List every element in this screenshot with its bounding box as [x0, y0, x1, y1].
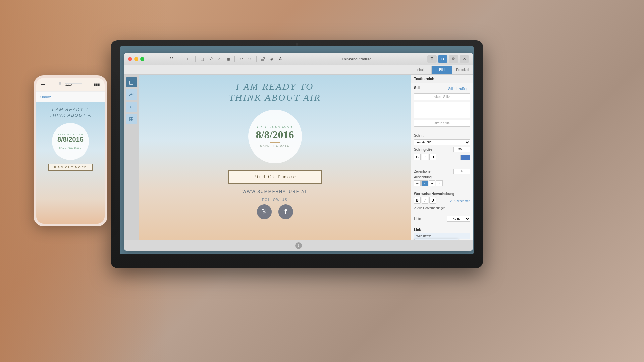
- font-select[interactable]: Amatic SC: [414, 139, 470, 145]
- align-right-button[interactable]: ⇥: [429, 180, 435, 186]
- align-left-button[interactable]: ⇤: [414, 180, 421, 186]
- circle-date: 8/8/2016: [256, 129, 294, 141]
- link-dropdown-menu: Web http:// Web https:// E-Mail mailto: …: [414, 239, 458, 240]
- text-icon[interactable]: A: [277, 55, 284, 63]
- phone-camera: [59, 82, 61, 85]
- italic-button[interactable]: I: [422, 154, 428, 160]
- toolbar-divider: [165, 56, 165, 62]
- circle-save: SAVE THE DATE: [260, 144, 290, 147]
- facebook-icon[interactable]: f: [278, 204, 293, 219]
- phone-circle: Free your mind 8/8/2016 SAVE THE DATE: [52, 123, 89, 160]
- layout-view-btn[interactable]: ▦: [126, 114, 137, 124]
- back-icon[interactable]: ←: [146, 55, 153, 63]
- link-dropdown-selected[interactable]: Web http://: [414, 233, 470, 239]
- minimize-button[interactable]: [134, 57, 138, 61]
- circle-icon[interactable]: ○: [216, 55, 223, 63]
- layout-icon[interactable]: ▦: [224, 55, 232, 63]
- link-option-web-http[interactable]: Web http://: [415, 239, 458, 240]
- frame-icon[interactable]: □: [185, 55, 193, 63]
- align-justify-button[interactable]: ≠: [436, 180, 443, 186]
- phone-signal: ••••: [41, 83, 45, 86]
- add-icon[interactable]: +: [176, 55, 184, 63]
- scroll-up-icon[interactable]: ⇧: [295, 242, 302, 249]
- ausrichtung-label: Ausrichtung: [414, 175, 432, 179]
- color-swatch[interactable]: [460, 155, 470, 160]
- line-align-section: Zeilenhöhe Ausrichtung ⇤ ≡ ⇥ ≠: [411, 166, 473, 189]
- wortweise-bold[interactable]: B: [414, 197, 421, 204]
- zuruecknehmen-button[interactable]: Zurücknehmen: [450, 199, 470, 203]
- social-icons: 𝕏 f: [257, 204, 293, 219]
- inhalte-tab[interactable]: Inhalte: [411, 66, 432, 74]
- protokoll-tab[interactable]: Protokoll: [452, 66, 473, 74]
- phone-bottom-bar: ⚑ ▤ 🗑 ↩ ○: [36, 224, 105, 226]
- undo-icon[interactable]: ↩: [237, 55, 245, 63]
- app-content: ◫ ☍ ○ ▦ I AM Ready to THINK ABOUT AIR Fr…: [124, 75, 473, 240]
- website-text: WWW.SUMMERNATURE.AT: [242, 189, 307, 194]
- table-icon[interactable]: ☷: [168, 55, 175, 63]
- phone-circle-date: 8/8/2016: [57, 136, 84, 143]
- text-area-placeholder: [414, 102, 470, 118]
- liste-select[interactable]: Keine: [447, 216, 470, 222]
- bild-tab[interactable]: Bild: [432, 66, 452, 74]
- close-panel-icon[interactable]: ✖: [460, 55, 469, 63]
- phone-home-button[interactable]: ○: [85, 226, 95, 227]
- stil-dropdown[interactable]: <kein Stil>: [414, 93, 470, 100]
- liste-row: Liste Keine: [414, 216, 470, 222]
- bold-button[interactable]: B: [414, 154, 421, 160]
- wortweise-section: Wortweise Hervorhebung B I U Zurücknehme…: [411, 189, 473, 213]
- phone-notch: [59, 82, 82, 85]
- heading-line2: THINK ABOUT AIR: [229, 92, 321, 103]
- toolbar-divider-3: [234, 56, 235, 62]
- content-tab[interactable]: ☰: [427, 55, 437, 63]
- forward-icon[interactable]: →: [155, 55, 162, 63]
- underline-button[interactable]: U: [429, 154, 436, 160]
- twitter-icon[interactable]: 𝕏: [257, 204, 272, 219]
- shapes-icon[interactable]: ◈: [268, 55, 275, 63]
- laptop-frame: ← → ☷ + □ ◫ ☍ ○ ▦ ↩ ↪ ⛈ ◈: [111, 40, 483, 268]
- desktop-view-icon[interactable]: ◫: [198, 55, 206, 63]
- link-dropdown[interactable]: Web http:// Web http:// Web https:// E-M…: [414, 233, 470, 239]
- toolbar: ← → ☷ + □ ◫ ☍ ○ ▦ ↩ ↪ ⛈ ◈: [144, 55, 286, 63]
- mobile-view-icon[interactable]: ☍: [207, 55, 214, 63]
- close-button[interactable]: [128, 57, 132, 61]
- phone-heading: I AM Ready T THINK ABOUT A: [50, 107, 92, 118]
- ausrichtung-row: Ausrichtung: [414, 175, 470, 179]
- toolbar-divider-2: [195, 56, 196, 62]
- wortweise-underline[interactable]: U: [429, 197, 436, 204]
- wortweise-italic[interactable]: I: [422, 197, 428, 204]
- phone-find-out-button[interactable]: FIND OUT MORE: [48, 164, 93, 171]
- maximize-button[interactable]: [140, 57, 144, 61]
- textbereich-label: Textbereich: [411, 75, 473, 83]
- follow-us-text: FOLLOW US: [262, 198, 288, 202]
- window-title: ThinkAboutNature: [286, 57, 427, 61]
- schrift-row: Schrift: [414, 134, 470, 137]
- schrift-label: Schrift: [414, 134, 423, 137]
- app-bottom-bar: ⇧: [124, 240, 473, 251]
- align-buttons: ⇤ ≡ ⇥ ≠: [414, 180, 470, 186]
- line-height-input[interactable]: [453, 169, 470, 174]
- phone-mockup: •••• 12:34 ▮▮▮ ‹ Inbox I AM Ready T THIN…: [34, 75, 107, 226]
- circle-badge: Free your Mind 8/8/2016 SAVE THE DATE: [248, 110, 302, 163]
- settings-tab[interactable]: ⚙: [449, 55, 458, 63]
- circle-view-btn[interactable]: ○: [126, 102, 137, 112]
- style-tab[interactable]: B: [438, 55, 447, 63]
- find-out-more-button[interactable]: Find OUT more: [228, 170, 322, 184]
- right-panel: Textbereich Stil Stil hinzufügen <kein S…: [411, 75, 473, 240]
- email-canvas: I AM Ready to THINK ABOUT AIR Free your …: [139, 75, 411, 240]
- format-buttons: B I U: [414, 154, 436, 160]
- schrift-section: Schrift Amatic SC Schriftgröße: [411, 131, 473, 166]
- liste-section: Liste Keine: [411, 213, 473, 226]
- redo-icon[interactable]: ↪: [246, 55, 254, 63]
- desktop-view-btn[interactable]: ◫: [126, 77, 137, 87]
- add-stil-button[interactable]: Stil hinzufügen: [448, 87, 470, 91]
- stil-dropdown-2[interactable]: <kein Stil>: [414, 120, 470, 127]
- laptop-camera: [296, 43, 298, 46]
- phone-back-button[interactable]: ‹ Inbox: [40, 95, 51, 99]
- phone-screen: I AM Ready T THINK ABOUT A Free your min…: [36, 102, 105, 224]
- alle-hervorhebungen-checkbox[interactable]: ✓ Alle Hervorhebungen: [414, 206, 470, 210]
- font-size-input[interactable]: [453, 147, 470, 152]
- mobile-view-btn[interactable]: ☍: [126, 89, 137, 100]
- align-center-button[interactable]: ≡: [421, 180, 428, 186]
- images-icon[interactable]: ⛈: [259, 55, 267, 63]
- link-label: Link: [414, 228, 470, 232]
